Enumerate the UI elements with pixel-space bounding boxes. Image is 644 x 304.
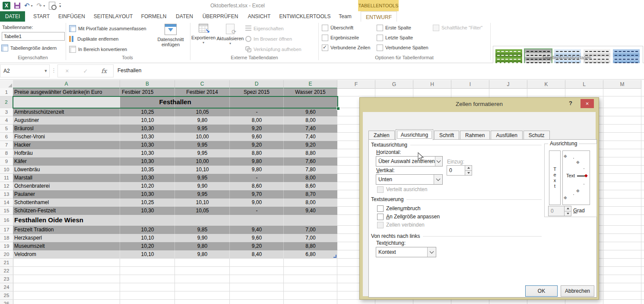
customize-quick-access-icon[interactable]: ▾ <box>59 3 61 8</box>
cell-name-r5[interactable]: Bräurosl <box>14 125 120 131</box>
vertikal-combobox[interactable]: Unten <box>376 174 443 185</box>
undo-dropdown-icon[interactable]: ▾ <box>31 4 33 8</box>
formula-bar-drag-handle[interactable]: ⋮ <box>51 67 57 74</box>
resize-table-button[interactable]: Tabellengröße ändern <box>1 43 57 52</box>
row-header-10[interactable]: 10 <box>0 166 13 174</box>
undo-icon[interactable]: ↶ <box>24 3 30 9</box>
row-header-25[interactable]: 25 <box>0 291 13 300</box>
summarize-with-pivottable-button[interactable]: Mit PivotTable zusammenfassen <box>69 24 146 33</box>
dialog-tab-rahmen[interactable]: Rahmen <box>460 131 490 140</box>
dialog-tab-zahlen[interactable]: Zahlen <box>368 131 395 140</box>
convert-to-range-button[interactable]: In Bereich konvertieren <box>69 45 127 54</box>
cell-name-r18[interactable]: Herzkasperl <box>14 235 120 241</box>
cell-value-r18-cE[interactable]: 7,00 <box>284 235 337 241</box>
cell-name-r12[interactable]: Ochsenbraterei <box>14 183 120 189</box>
cell-c1[interactable]: Festbier 2014 <box>175 89 229 95</box>
row-header-26[interactable]: 26 <box>0 300 13 304</box>
cell-value-r15-cE[interactable]: 9,40 <box>284 208 337 214</box>
zellen-verbinden-checkbox[interactable]: Zellen verbinden <box>377 221 425 228</box>
ribbon-tab-überprüfen[interactable]: ÜBERPRÜFEN <box>201 11 239 22</box>
cell-value-r8-cC[interactable]: 9,95 <box>175 150 230 156</box>
cell-value-r14-cB[interactable]: 10,25 <box>120 199 175 205</box>
row-header-24[interactable]: 24 <box>0 283 13 291</box>
cell-value-r3-cE[interactable]: 9,60 <box>284 109 337 115</box>
table-resize-handle[interactable] <box>333 255 336 258</box>
ribbon-tab-seitenlayout[interactable]: SEITENLAYOUT <box>92 11 134 22</box>
close-button[interactable]: × <box>581 99 594 108</box>
cell-name-r3[interactable]: Armbrustschützenzelt <box>14 109 120 115</box>
dialog-tab-ausfüllen[interactable]: Ausfüllen <box>491 131 522 140</box>
cell-value-r4-cE[interactable]: 8,00 <box>284 117 337 123</box>
dial-diamond-minus45[interactable]: ◆ <box>576 188 580 193</box>
row-header-20[interactable]: 20 <box>0 250 13 259</box>
cell-value-r17-cB[interactable]: 10,20 <box>120 227 175 233</box>
row-header-6[interactable]: 6 <box>0 133 13 141</box>
cell-e1[interactable]: Wasser 2015 <box>284 89 337 95</box>
cell-value-r18-cC[interactable]: 9,90 <box>175 235 230 241</box>
select-all-corner[interactable] <box>0 80 13 89</box>
formula-content[interactable]: Festhallen <box>117 67 141 74</box>
cell-value-r13-cD[interactable]: 9,70 <box>230 191 284 197</box>
vertical-text-orientation-control[interactable]: Text <box>549 150 561 205</box>
cell-value-r8-cD[interactable]: 8,80 <box>230 150 284 156</box>
cell-value-r10-cC[interactable]: 10,10 <box>175 166 230 173</box>
name-box-dropdown-icon[interactable]: ▼ <box>42 69 49 73</box>
dialog-tab-ausrichtung[interactable]: Ausrichtung <box>396 129 433 140</box>
textrichtung-combobox[interactable]: Kontext <box>376 247 436 257</box>
row-header-16[interactable]: 16 <box>0 215 13 226</box>
cell-value-r11-cC[interactable]: 9,95 <box>175 175 230 181</box>
cell-value-r14-cE[interactable]: 8,00 <box>284 199 337 205</box>
cell-value-r13-cB[interactable]: 10,30 <box>120 191 175 197</box>
cell-name-r6[interactable]: Fischer-Vroni <box>14 134 120 140</box>
cell-value-r11-cE[interactable]: 8,00 <box>284 175 337 181</box>
name-box[interactable]: A2 ▼ <box>0 64 50 77</box>
cell-name-r7[interactable]: Hacker <box>14 142 120 148</box>
cell-name-r10[interactable]: Löwenbräu <box>14 166 120 173</box>
insert-function-icon[interactable]: fx <box>95 67 113 74</box>
cell-value-r20-cE[interactable]: 6,80 <box>284 251 337 257</box>
cell-value-r7-cC[interactable]: 9,95 <box>175 142 230 148</box>
dialog-tab-schutz[interactable]: Schutz <box>523 131 550 140</box>
row-header-14[interactable]: 14 <box>0 198 13 207</box>
properties-button-disabled[interactable]: Eigenschaften <box>245 24 284 33</box>
row-header-19[interactable]: 19 <box>0 242 13 250</box>
excel-logo-icon[interactable]: X <box>3 2 10 10</box>
cell-name-r4[interactable]: Augustiner <box>14 117 120 123</box>
cell-a1[interactable]: Preise ausgewählter Getränke(in Euro <box>14 89 120 95</box>
grad-up-icon[interactable] <box>565 206 571 211</box>
row-header-22[interactable]: 22 <box>0 267 13 275</box>
cell-value-r18-cB[interactable]: 10,10 <box>120 235 175 241</box>
ribbon-tab-entwicklertools[interactable]: ENTWICKLERTOOLS <box>279 11 331 22</box>
einzug-down-icon[interactable] <box>465 171 472 176</box>
row-header-15[interactable]: 15 <box>0 207 13 215</box>
cell-value-r4-cB[interactable]: 10,10 <box>120 117 175 123</box>
cell-name-r15[interactable]: Schützen-Festzelt <box>14 208 120 214</box>
cell-name-r9[interactable]: Käfer <box>14 158 120 164</box>
cell-value-r19-cE[interactable]: 8,80 <box>284 243 337 249</box>
cell-value-r12-cC[interactable]: 9,90 <box>175 183 230 189</box>
cell-value-r20-cB[interactable]: 10,10 <box>120 251 175 257</box>
cell-value-r5-cB[interactable]: 10,30 <box>120 125 175 131</box>
cell-value-r10-cD[interactable]: 9,80 <box>230 166 284 173</box>
column-header-F[interactable]: F <box>337 80 375 89</box>
row-header-3[interactable]: 3 <box>0 108 13 116</box>
cell-value-r9-cD[interactable]: 9,80 <box>230 158 284 164</box>
cell-value-r12-cB[interactable]: 10,20 <box>120 183 175 189</box>
cell-value-r6-cD[interactable]: 9,60 <box>230 134 284 140</box>
an-zellgroesse-anpassen-checkbox[interactable]: An Zellgröße anpassen <box>377 213 440 220</box>
cell-value-r8-cE[interactable]: 8,80 <box>284 150 337 156</box>
cell-value-r20-cD[interactable]: 8,40 <box>230 251 284 257</box>
horizontal-combobox[interactable]: Über Auswahl zentrieren <box>376 156 443 166</box>
zeilenumbruch-checkbox[interactable]: Zeilenumbruch <box>377 205 420 212</box>
einzug-spinner[interactable]: 0 <box>447 165 472 176</box>
ribbon-tab-start[interactable]: START <box>30 11 53 22</box>
cell-value-r14-cD[interactable]: 9,00 <box>230 199 284 205</box>
cell-value-r4-cD[interactable]: 8,00 <box>230 117 284 123</box>
cancel-button[interactable]: Abbrechen <box>561 285 594 297</box>
cell-value-r17-cC[interactable]: 9,85 <box>175 227 230 233</box>
cell-value-r19-cD[interactable]: 9,20 <box>230 243 284 249</box>
cell-name-r8[interactable]: Hofbräu <box>14 150 120 156</box>
row-header-8[interactable]: 8 <box>0 149 13 157</box>
horizontal-dropdown-icon[interactable] <box>435 157 442 166</box>
ribbon-tab-einfügen[interactable]: EINFÜGEN <box>55 11 88 22</box>
